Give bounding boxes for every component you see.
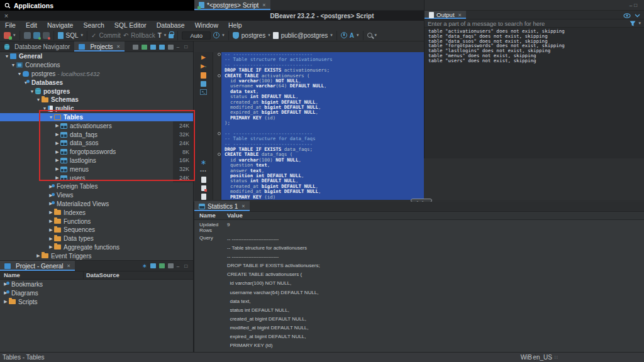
new-connection-dropdown-icon[interactable]: ▾ [13, 33, 16, 38]
tree-item-tables[interactable]: ▼Tables [0, 113, 193, 122]
tab-projects[interactable]: Projects × [74, 41, 124, 52]
tree-item-foreign-tables[interactable]: ▶Foreign Tables [0, 182, 193, 191]
execute-in-new-tab-icon[interactable]: ▶• [201, 63, 206, 70]
menu-database[interactable]: Database [152, 21, 190, 30]
collapse-arrow-icon[interactable]: ▼ [16, 72, 23, 76]
maximize-icon[interactable]: □ [634, 3, 639, 8]
column-datasource[interactable]: DataSource [84, 272, 119, 279]
toolbar-search-icon[interactable] [367, 33, 372, 38]
explain-plan-icon[interactable] [201, 81, 206, 87]
expand-arrow-icon[interactable]: ▶ [54, 150, 60, 155]
maximize-icon[interactable]: □ [184, 263, 189, 269]
sql-editor[interactable]: -- ------------------------------ Table … [213, 52, 424, 200]
stat-row-query[interactable]: Query -- ------------------------------ … [194, 233, 644, 359]
commit-icon[interactable]: ✓ [91, 32, 96, 39]
tree-item-postgres[interactable]: ▼postgres- localhost:5432 [0, 70, 193, 79]
collapse-arrow-icon[interactable]: ▼ [48, 115, 54, 119]
connection-selector[interactable]: postgres [242, 32, 265, 39]
transaction-mode-icon[interactable]: T [158, 32, 162, 39]
tree-item-schemas[interactable]: ▼Schemas [0, 96, 193, 104]
tree-item-postgres[interactable]: ▼postgres [0, 87, 193, 96]
menu-edit[interactable]: Edit [21, 21, 42, 30]
tree-item-views[interactable]: ▶Views [0, 191, 193, 200]
tree-item-general[interactable]: ▼General [0, 52, 193, 61]
expand-arrow-icon[interactable]: ▶ [48, 228, 54, 233]
tree-item-data-types[interactable]: ▶Data types [0, 234, 193, 243]
column-name[interactable]: Name [194, 212, 226, 219]
auto-dropdown-icon[interactable]: ▾ [222, 33, 225, 38]
new-connection-icon[interactable] [4, 32, 11, 39]
tab-database-navigator[interactable]: Database Navigator [0, 41, 74, 52]
commit-button[interactable]: Commit [99, 32, 120, 39]
output-log[interactable]: table "activationusers" does not exist, … [425, 28, 644, 158]
tree-item-indexes[interactable]: ▶Indexes [0, 208, 193, 217]
close-icon[interactable]: × [262, 2, 265, 8]
tab-project-general[interactable]: Project - General × [0, 261, 75, 271]
tree-item-sequences[interactable]: ▶Sequences [0, 226, 193, 234]
project-link-icon[interactable] [168, 263, 174, 268]
minimize-icon[interactable]: ‒ [177, 263, 181, 269]
close-icon[interactable]: × [458, 12, 462, 18]
refresh-icon[interactable] [150, 45, 156, 50]
minimize-icon[interactable]: ‒ [630, 3, 634, 8]
chevron-down-icon[interactable] [635, 14, 640, 18]
expand-arrow-icon[interactable]: ▶ [54, 158, 60, 163]
window-close-icon[interactable]: × [0, 12, 13, 19]
tree-item-data-ssos[interactable]: ▶data_ssos24K [0, 139, 193, 148]
collapse-arrow-icon[interactable]: ▼ [29, 89, 35, 94]
collapse-arrow-icon[interactable]: ▼ [42, 106, 48, 111]
transaction-dropdown-icon[interactable]: ▾ [164, 33, 167, 38]
tree-item-activationusers[interactable]: ▶activationusers24K [0, 121, 193, 130]
collapse-arrow-icon[interactable]: ▼ [10, 63, 16, 67]
assist-dropdown-icon[interactable]: ▾ [357, 33, 359, 38]
column-value[interactable]: Value [226, 212, 243, 219]
project-sync-icon[interactable]: ∗ [142, 263, 147, 269]
execute-statement-icon[interactable]: ▶ [201, 54, 206, 60]
minimize-icon[interactable]: ‒ [177, 44, 181, 50]
rollback-icon[interactable]: ↶ [123, 32, 128, 39]
expand-arrow-icon[interactable]: ▶ [48, 244, 54, 250]
rollback-button[interactable]: Rollback [131, 32, 155, 39]
filter-icon[interactable] [630, 21, 636, 26]
watch-output-icon[interactable] [623, 13, 631, 18]
menu-window[interactable]: Window [190, 21, 223, 30]
maximize-icon[interactable]: □ [184, 44, 189, 50]
expand-arrow-icon[interactable]: ▶ [54, 167, 60, 172]
link-editor-icon[interactable] [133, 45, 138, 50]
delete-script-icon[interactable] [201, 185, 206, 192]
tree-item-event-triggers[interactable]: ▶Event Triggers [0, 251, 193, 260]
more-actions-icon[interactable]: ••• [200, 168, 206, 174]
tree-item-menus[interactable]: ▶menus32K [0, 165, 193, 173]
tree-item-aggregate-functions[interactable]: ▶Aggregate functions [0, 243, 193, 252]
connect-icon[interactable] [24, 32, 31, 39]
assist-icon[interactable]: A [350, 32, 354, 39]
view-menu-icon[interactable] [168, 45, 174, 50]
tree-item-materialized-views[interactable]: ▶Materialized Views [0, 200, 193, 209]
expand-arrow-icon[interactable]: ▶ [48, 210, 54, 215]
query-manager-icon[interactable] [341, 32, 347, 38]
commit-mode-field[interactable]: Auto [182, 31, 211, 40]
expand-arrow-icon[interactable]: ▶ [48, 236, 54, 241]
reconnect-icon[interactable] [33, 32, 40, 39]
new-script-icon[interactable] [201, 177, 206, 183]
tree-item-connections[interactable]: ▼Connections [0, 61, 193, 70]
project-table-icon[interactable] [150, 263, 156, 268]
applications-menu[interactable]: Applications [0, 2, 53, 9]
menu-file[interactable]: File [0, 21, 21, 30]
grip-icon[interactable]: ⁞⁞ [555, 354, 558, 360]
collapse-arrow-icon[interactable]: ▼ [35, 97, 42, 102]
search-options-icon[interactable]: ▾ [638, 21, 641, 26]
navigator-settings-icon[interactable] [159, 45, 165, 50]
close-icon[interactable]: × [242, 203, 245, 209]
project-item-bookmarks[interactable]: ▶Bookmarks [0, 280, 193, 288]
menu-sql-editor[interactable]: SQL Editor [109, 21, 152, 30]
search-dropdown-icon[interactable]: ▾ [375, 33, 377, 38]
tree-item-databases[interactable]: ▼Databases [0, 78, 193, 87]
tab-output[interactable]: Output × [425, 11, 466, 19]
fold-marker-icon[interactable] [218, 53, 221, 56]
refresh-metadata-icon[interactable]: ∗ [201, 159, 206, 165]
expand-arrow-icon[interactable]: ▶ [3, 299, 9, 304]
schema-selector[interactable]: public@postgres [281, 32, 328, 39]
sql-dropdown-icon[interactable]: ▾ [81, 33, 84, 38]
tree-item-functions[interactable]: ▶Functions [0, 217, 193, 226]
